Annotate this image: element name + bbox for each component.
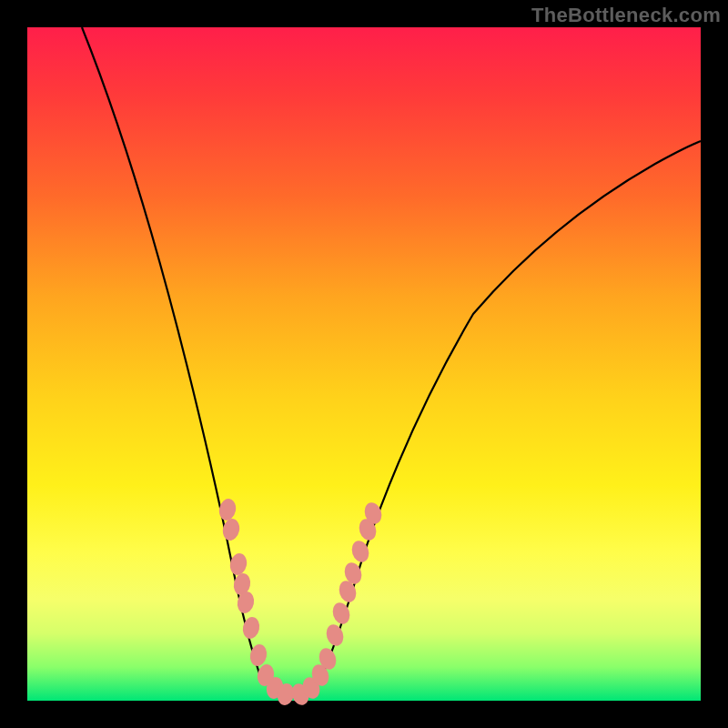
watermark: TheBottleneck.com (531, 4, 721, 27)
chart-frame: TheBottleneck.com (0, 0, 728, 728)
bead (217, 497, 238, 521)
right-curve (293, 141, 701, 696)
bead (324, 622, 347, 648)
bead (330, 601, 353, 626)
beads-group (217, 497, 385, 707)
chart-svg (27, 27, 701, 701)
left-curve (82, 27, 293, 696)
plot-area (27, 27, 701, 701)
curve-group (82, 27, 701, 696)
